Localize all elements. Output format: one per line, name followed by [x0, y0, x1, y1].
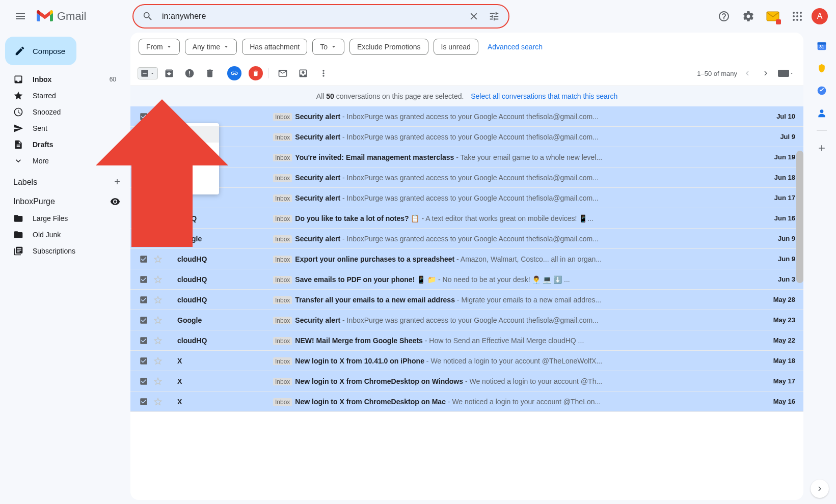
- svg-point-2: [796, 12, 798, 14]
- star-button[interactable]: [153, 335, 163, 346]
- close-icon: [468, 11, 479, 22]
- row-checkbox[interactable]: [139, 356, 149, 366]
- more-button[interactable]: [314, 64, 333, 82]
- email-row[interactable]: GoogleInboxSecurity alert - InboxPurge w…: [130, 310, 803, 330]
- date: Jul 10: [770, 113, 795, 120]
- row-checkbox[interactable]: [139, 234, 149, 244]
- star-outline-icon: [153, 274, 163, 285]
- search-button[interactable]: [138, 6, 158, 26]
- email-row[interactable]: cloudHQInboxTransfer all your emails to …: [130, 290, 803, 310]
- tasks-icon[interactable]: [817, 86, 827, 96]
- star-button[interactable]: [153, 274, 163, 285]
- keep-icon[interactable]: [817, 63, 827, 73]
- contacts-icon[interactable]: [817, 108, 827, 118]
- row-checkbox[interactable]: [139, 397, 149, 407]
- star-button[interactable]: [153, 315, 163, 325]
- star-button[interactable]: [153, 356, 163, 366]
- apps-button[interactable]: [787, 6, 807, 26]
- nav-snoozed[interactable]: Snoozed: [0, 104, 122, 120]
- email-row[interactable]: QHInboxYou're invited: Email management …: [130, 147, 803, 167]
- collapse-sidepanel-button[interactable]: [811, 480, 829, 498]
- email-row[interactable]: ogleInboxSecurity alert - InboxPurge was…: [130, 188, 803, 208]
- email-row[interactable]: cloudHQInboxNEW! Mail Merge from Google …: [130, 330, 803, 351]
- nav-starred[interactable]: Starred: [0, 88, 122, 104]
- trash-white-icon: [252, 70, 259, 77]
- delete-round-button[interactable]: [249, 66, 263, 80]
- advanced-search-link[interactable]: Advanced search: [488, 43, 543, 51]
- star-button[interactable]: [153, 213, 163, 223]
- purge-subscriptions[interactable]: Subscriptions: [0, 243, 122, 259]
- nav-more[interactable]: More: [0, 153, 122, 169]
- row-checkbox[interactable]: [139, 315, 149, 325]
- clear-search-button[interactable]: [464, 6, 484, 26]
- email-list[interactable]: InboxSecurity alert - InboxPurge was gra…: [130, 106, 803, 500]
- purge-large-files[interactable]: Large Files: [0, 210, 122, 227]
- mark-read-button[interactable]: [274, 64, 292, 82]
- spam-button[interactable]: [180, 64, 199, 82]
- move-to-button[interactable]: [294, 64, 312, 82]
- row-checkbox[interactable]: [139, 213, 149, 223]
- dropdown-all[interactable]: All: [138, 126, 219, 143]
- dropdown-read[interactable]: Read: [138, 159, 219, 175]
- delete-button[interactable]: [201, 64, 219, 82]
- star-button[interactable]: [153, 376, 163, 386]
- prev-page-button[interactable]: [739, 65, 756, 81]
- email-row[interactable]: GoogleInboxSecurity alert - InboxPurge w…: [130, 229, 803, 249]
- search-input[interactable]: [158, 12, 464, 21]
- chip-is-unread[interactable]: Is unread: [434, 39, 478, 55]
- email-row[interactable]: udHQInboxDo you like to take a lot of no…: [130, 208, 803, 229]
- chip-exclude-promotions[interactable]: Exclude Promotions: [349, 39, 428, 55]
- row-checkbox[interactable]: [139, 111, 149, 122]
- support-button[interactable]: [714, 6, 734, 26]
- star-button[interactable]: [153, 397, 163, 407]
- account-avatar[interactable]: A: [812, 8, 828, 24]
- next-page-button[interactable]: [758, 65, 774, 81]
- mail-badge-button[interactable]: [763, 6, 783, 26]
- archive-button[interactable]: [160, 64, 178, 82]
- add-label-button[interactable]: +: [114, 176, 120, 188]
- input-tool-button[interactable]: [776, 65, 796, 81]
- chip-has-attachment[interactable]: Has attachment: [242, 39, 307, 55]
- email-row[interactable]: cloudHQInboxSave emails to PDF on your p…: [130, 269, 803, 290]
- inboxpurge-header[interactable]: InboxPurge: [0, 192, 130, 210]
- nav-inbox[interactable]: Inbox60: [0, 71, 122, 88]
- star-button[interactable]: [153, 234, 163, 244]
- email-row[interactable]: XInboxNew login to X from ChromeDesktop …: [130, 391, 803, 412]
- chip-from[interactable]: From: [139, 39, 180, 55]
- row-checkbox[interactable]: [139, 254, 149, 264]
- email-row[interactable]: XInboxNew login to X from 10.41.0 on iPh…: [130, 351, 803, 371]
- date: Jun 3: [770, 275, 795, 283]
- star-button[interactable]: [153, 295, 163, 305]
- row-checkbox[interactable]: [139, 295, 149, 305]
- link-button[interactable]: [227, 66, 241, 80]
- checkbox-checked-icon: [139, 336, 148, 345]
- chip-to[interactable]: To: [312, 39, 344, 55]
- email-row[interactable]: InboxSecurity alert - InboxPurge was gra…: [130, 106, 803, 127]
- purge-old-junk[interactable]: Old Junk: [0, 227, 122, 243]
- email-row[interactable]: ogleInboxSecurity alert - InboxPurge was…: [130, 167, 803, 188]
- dropdown-unread[interactable]: Unread: [138, 175, 219, 191]
- add-button[interactable]: [817, 143, 827, 153]
- scrollbar[interactable]: [796, 151, 803, 283]
- star-button[interactable]: [153, 111, 163, 122]
- nav-drafts[interactable]: Drafts: [0, 136, 122, 153]
- row-checkbox[interactable]: [139, 274, 149, 285]
- star-button[interactable]: [153, 254, 163, 264]
- search-options-button[interactable]: [484, 6, 504, 26]
- email-row[interactable]: cloudHQInboxExport your online purchases…: [130, 249, 803, 269]
- row-checkbox[interactable]: [139, 335, 149, 346]
- main-menu-button[interactable]: [8, 4, 33, 29]
- email-row[interactable]: XInboxNew login to X from ChromeDesktop …: [130, 371, 803, 391]
- email-row[interactable]: InboxSecurity alert - InboxPurge was gra…: [130, 127, 803, 147]
- settings-button[interactable]: [738, 6, 759, 26]
- calendar-icon[interactable]: 31: [817, 41, 827, 51]
- gmail-logo[interactable]: Gmail: [37, 10, 118, 23]
- nav-sent[interactable]: Sent: [0, 120, 122, 136]
- chip-any-time[interactable]: Any time: [185, 39, 237, 55]
- row-checkbox[interactable]: [139, 376, 149, 386]
- dropdown-none[interactable]: None: [138, 143, 219, 159]
- select-dropdown-button[interactable]: [138, 67, 158, 79]
- compose-button[interactable]: Compose: [5, 37, 76, 65]
- subject: Export your online purchases to a spread…: [295, 255, 454, 263]
- select-all-link[interactable]: Select all conversations that match this…: [471, 92, 617, 100]
